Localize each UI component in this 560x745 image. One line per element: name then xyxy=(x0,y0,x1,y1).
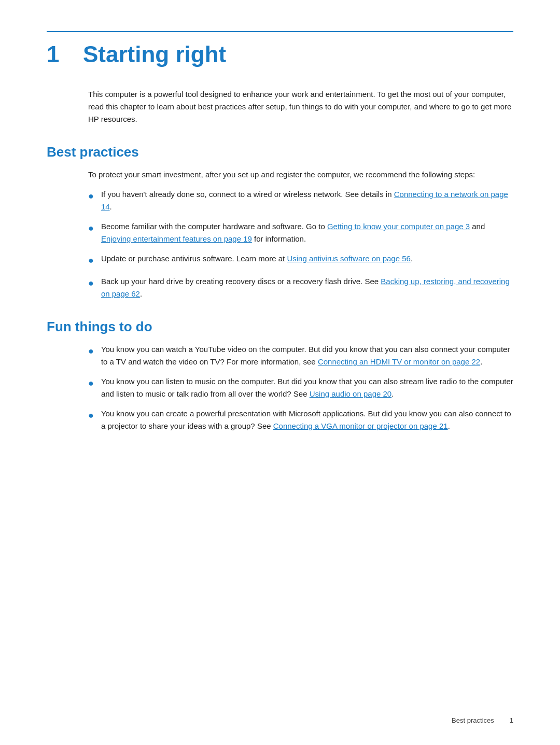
list-item: ● Back up your hard drive by creating re… xyxy=(88,275,513,300)
bullet-icon: ● xyxy=(88,221,94,236)
list-item: ● If you haven't already done so, connec… xyxy=(88,188,513,213)
fun-things-section: Fun things to do ● You know you can watc… xyxy=(47,319,513,432)
chapter-header: 1 Starting right xyxy=(47,31,513,67)
list-item: ● You know you can listen to music on th… xyxy=(88,375,513,400)
chapter-intro: This computer is a powerful tool designe… xyxy=(88,88,513,125)
list-item: ● You know you can watch a YouTube video… xyxy=(88,343,513,368)
chapter-title: 1 Starting right xyxy=(47,41,513,67)
link-audio[interactable]: Using audio on page 20 xyxy=(310,389,391,398)
link-antivirus[interactable]: Using antivirus software on page 56 xyxy=(287,254,410,263)
page-footer: Best practices 1 xyxy=(452,716,513,724)
bullet-icon: ● xyxy=(88,376,94,391)
list-item: ● Update or purchase antivirus software.… xyxy=(88,252,513,268)
link-getting-to-know[interactable]: Getting to know your computer on page 3 xyxy=(327,222,470,231)
chapter-number: 1 xyxy=(47,41,67,67)
fun-things-list: ● You know you can watch a YouTube video… xyxy=(88,343,513,432)
link-enjoying-entertainment[interactable]: Enjoying entertainment features on page … xyxy=(101,234,252,243)
best-practices-intro: To protect your smart investment, after … xyxy=(88,168,513,181)
link-hdmi-tv[interactable]: Connecting an HDMI TV or monitor on page… xyxy=(318,357,480,366)
link-vga-monitor[interactable]: Connecting a VGA monitor or projector on… xyxy=(273,421,448,430)
list-item-text: Back up your hard drive by creating reco… xyxy=(101,275,513,300)
footer-section-label: Best practices xyxy=(452,716,494,724)
bullet-icon: ● xyxy=(88,408,94,423)
list-item-text: You know you can watch a YouTube video o… xyxy=(101,343,513,368)
list-item: ● Become familiar with the computer hard… xyxy=(88,220,513,245)
list-item: ● You know you can create a powerful pre… xyxy=(88,407,513,432)
chapter-title-text: Starting right xyxy=(83,41,226,67)
list-item-text: You know you can create a powerful prese… xyxy=(101,407,513,432)
page-content: 1 Starting right This computer is a powe… xyxy=(0,0,560,493)
list-item-text: You know you can listen to music on the … xyxy=(101,375,513,400)
bullet-icon: ● xyxy=(88,189,94,204)
bullet-icon: ● xyxy=(88,253,94,268)
bullet-icon: ● xyxy=(88,344,94,359)
best-practices-list: ● If you haven't already done so, connec… xyxy=(88,188,513,300)
fun-things-title: Fun things to do xyxy=(47,319,513,335)
bullet-icon: ● xyxy=(88,276,94,291)
list-item-text: If you haven't already done so, connect … xyxy=(101,188,513,213)
best-practices-section: Best practices To protect your smart inv… xyxy=(47,144,513,300)
footer-page-number: 1 xyxy=(510,716,513,724)
best-practices-title: Best practices xyxy=(47,144,513,160)
list-item-text: Become familiar with the computer hardwa… xyxy=(101,220,513,245)
list-item-text: Update or purchase antivirus software. L… xyxy=(101,252,513,265)
